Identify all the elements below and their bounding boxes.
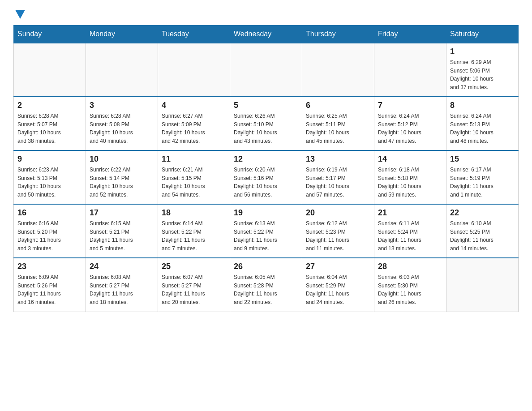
calendar-cell: 9Sunrise: 6:23 AM Sunset: 5:13 PM Daylig… — [14, 150, 86, 204]
calendar-cell: 10Sunrise: 6:22 AM Sunset: 5:14 PM Dayli… — [86, 150, 158, 204]
calendar-cell: 14Sunrise: 6:18 AM Sunset: 5:18 PM Dayli… — [374, 150, 446, 204]
calendar-cell: 16Sunrise: 6:16 AM Sunset: 5:20 PM Dayli… — [14, 204, 86, 258]
day-info: Sunrise: 6:21 AM Sunset: 5:15 PM Dayligh… — [162, 166, 226, 199]
calendar-cell: 23Sunrise: 6:09 AM Sunset: 5:26 PM Dayli… — [14, 258, 86, 312]
calendar-cell: 21Sunrise: 6:11 AM Sunset: 5:24 PM Dayli… — [374, 204, 446, 258]
week-row-1: 1Sunrise: 6:29 AM Sunset: 5:06 PM Daylig… — [14, 43, 519, 97]
day-number: 18 — [162, 208, 226, 218]
calendar-cell: 7Sunrise: 6:24 AM Sunset: 5:12 PM Daylig… — [374, 97, 446, 150]
day-info: Sunrise: 6:14 AM Sunset: 5:22 PM Dayligh… — [162, 219, 226, 253]
calendar-cell — [446, 258, 519, 312]
day-number: 4 — [162, 101, 226, 110]
calendar-cell — [230, 43, 302, 97]
calendar-cell: 20Sunrise: 6:12 AM Sunset: 5:23 PM Dayli… — [302, 204, 374, 258]
week-row-5: 23Sunrise: 6:09 AM Sunset: 5:26 PM Dayli… — [14, 258, 519, 312]
day-info: Sunrise: 6:10 AM Sunset: 5:25 PM Dayligh… — [450, 219, 515, 253]
day-info: Sunrise: 6:19 AM Sunset: 5:17 PM Dayligh… — [306, 166, 370, 199]
calendar-cell: 2Sunrise: 6:28 AM Sunset: 5:07 PM Daylig… — [14, 97, 86, 150]
week-row-3: 9Sunrise: 6:23 AM Sunset: 5:13 PM Daylig… — [14, 150, 519, 204]
day-info: Sunrise: 6:24 AM Sunset: 5:13 PM Dayligh… — [450, 112, 515, 145]
day-number: 24 — [90, 262, 154, 271]
calendar-cell: 12Sunrise: 6:20 AM Sunset: 5:16 PM Dayli… — [230, 150, 302, 204]
day-number: 6 — [306, 101, 370, 110]
day-number: 25 — [162, 262, 226, 271]
logo-triangle-icon — [15, 10, 25, 19]
calendar-cell: 6Sunrise: 6:25 AM Sunset: 5:11 PM Daylig… — [302, 97, 374, 150]
day-number: 28 — [378, 262, 442, 271]
day-info: Sunrise: 6:28 AM Sunset: 5:07 PM Dayligh… — [17, 112, 82, 145]
day-info: Sunrise: 6:15 AM Sunset: 5:21 PM Dayligh… — [90, 219, 154, 253]
week-row-2: 2Sunrise: 6:28 AM Sunset: 5:07 PM Daylig… — [14, 97, 519, 150]
calendar-cell: 1Sunrise: 6:29 AM Sunset: 5:06 PM Daylig… — [446, 43, 519, 97]
calendar-cell: 27Sunrise: 6:04 AM Sunset: 5:29 PM Dayli… — [302, 258, 374, 312]
day-info: Sunrise: 6:23 AM Sunset: 5:13 PM Dayligh… — [17, 166, 82, 199]
day-info: Sunrise: 6:16 AM Sunset: 5:20 PM Dayligh… — [17, 219, 82, 253]
day-info: Sunrise: 6:03 AM Sunset: 5:30 PM Dayligh… — [378, 273, 442, 306]
day-number: 5 — [234, 101, 298, 110]
calendar-table: SundayMondayTuesdayWednesdayThursdayFrid… — [13, 25, 519, 312]
day-info: Sunrise: 6:24 AM Sunset: 5:12 PM Dayligh… — [378, 112, 442, 145]
calendar-cell: 13Sunrise: 6:19 AM Sunset: 5:17 PM Dayli… — [302, 150, 374, 204]
calendar-cell — [374, 43, 446, 97]
day-number: 21 — [378, 208, 442, 218]
day-info: Sunrise: 6:11 AM Sunset: 5:24 PM Dayligh… — [378, 219, 442, 253]
day-number: 20 — [306, 208, 370, 218]
day-info: Sunrise: 6:27 AM Sunset: 5:09 PM Dayligh… — [162, 112, 226, 145]
day-info: Sunrise: 6:26 AM Sunset: 5:10 PM Dayligh… — [234, 112, 298, 145]
logo — [13, 9, 25, 21]
day-info: Sunrise: 6:22 AM Sunset: 5:14 PM Dayligh… — [90, 166, 154, 199]
week-row-4: 16Sunrise: 6:16 AM Sunset: 5:20 PM Dayli… — [14, 204, 519, 258]
day-info: Sunrise: 6:18 AM Sunset: 5:18 PM Dayligh… — [378, 166, 442, 199]
calendar-cell — [86, 43, 158, 97]
day-number: 13 — [306, 154, 370, 164]
calendar-cell: 5Sunrise: 6:26 AM Sunset: 5:10 PM Daylig… — [230, 97, 302, 150]
calendar-cell — [302, 43, 374, 97]
calendar-cell: 22Sunrise: 6:10 AM Sunset: 5:25 PM Dayli… — [446, 204, 519, 258]
column-header-sunday: Sunday — [14, 26, 86, 43]
day-number: 2 — [17, 101, 82, 110]
day-number: 1 — [450, 47, 515, 56]
day-number: 22 — [450, 208, 515, 218]
day-number: 8 — [450, 101, 515, 110]
calendar-cell: 15Sunrise: 6:17 AM Sunset: 5:19 PM Dayli… — [446, 150, 519, 204]
day-number: 7 — [378, 101, 442, 110]
day-number: 12 — [234, 154, 298, 164]
day-info: Sunrise: 6:28 AM Sunset: 5:08 PM Dayligh… — [90, 112, 154, 145]
day-number: 3 — [90, 101, 154, 110]
column-header-saturday: Saturday — [446, 26, 519, 43]
day-info: Sunrise: 6:05 AM Sunset: 5:28 PM Dayligh… — [234, 273, 298, 306]
calendar-cell: 8Sunrise: 6:24 AM Sunset: 5:13 PM Daylig… — [446, 97, 519, 150]
day-info: Sunrise: 6:09 AM Sunset: 5:26 PM Dayligh… — [17, 273, 82, 306]
day-number: 26 — [234, 262, 298, 271]
calendar-header-row: SundayMondayTuesdayWednesdayThursdayFrid… — [14, 26, 519, 43]
day-number: 17 — [90, 208, 154, 218]
day-info: Sunrise: 6:25 AM Sunset: 5:11 PM Dayligh… — [306, 112, 370, 145]
column-header-tuesday: Tuesday — [158, 26, 230, 43]
page-header — [13, 9, 519, 21]
day-info: Sunrise: 6:13 AM Sunset: 5:22 PM Dayligh… — [234, 219, 298, 253]
day-info: Sunrise: 6:17 AM Sunset: 5:19 PM Dayligh… — [450, 166, 515, 199]
day-number: 23 — [17, 262, 82, 271]
column-header-thursday: Thursday — [302, 26, 374, 43]
calendar-cell: 18Sunrise: 6:14 AM Sunset: 5:22 PM Dayli… — [158, 204, 230, 258]
day-info: Sunrise: 6:08 AM Sunset: 5:27 PM Dayligh… — [90, 273, 154, 306]
day-number: 15 — [450, 154, 515, 164]
calendar-cell: 4Sunrise: 6:27 AM Sunset: 5:09 PM Daylig… — [158, 97, 230, 150]
calendar-cell: 24Sunrise: 6:08 AM Sunset: 5:27 PM Dayli… — [86, 258, 158, 312]
day-number: 9 — [17, 154, 82, 164]
calendar-cell: 19Sunrise: 6:13 AM Sunset: 5:22 PM Dayli… — [230, 204, 302, 258]
day-info: Sunrise: 6:20 AM Sunset: 5:16 PM Dayligh… — [234, 166, 298, 199]
calendar-cell: 26Sunrise: 6:05 AM Sunset: 5:28 PM Dayli… — [230, 258, 302, 312]
day-info: Sunrise: 6:12 AM Sunset: 5:23 PM Dayligh… — [306, 219, 370, 253]
day-number: 11 — [162, 154, 226, 164]
calendar-cell: 17Sunrise: 6:15 AM Sunset: 5:21 PM Dayli… — [86, 204, 158, 258]
calendar-cell: 11Sunrise: 6:21 AM Sunset: 5:15 PM Dayli… — [158, 150, 230, 204]
day-number: 10 — [90, 154, 154, 164]
day-info: Sunrise: 6:07 AM Sunset: 5:27 PM Dayligh… — [162, 273, 226, 306]
calendar-cell — [158, 43, 230, 97]
day-info: Sunrise: 6:04 AM Sunset: 5:29 PM Dayligh… — [306, 273, 370, 306]
calendar-cell: 25Sunrise: 6:07 AM Sunset: 5:27 PM Dayli… — [158, 258, 230, 312]
calendar-cell — [14, 43, 86, 97]
calendar-cell: 3Sunrise: 6:28 AM Sunset: 5:08 PM Daylig… — [86, 97, 158, 150]
day-number: 27 — [306, 262, 370, 271]
